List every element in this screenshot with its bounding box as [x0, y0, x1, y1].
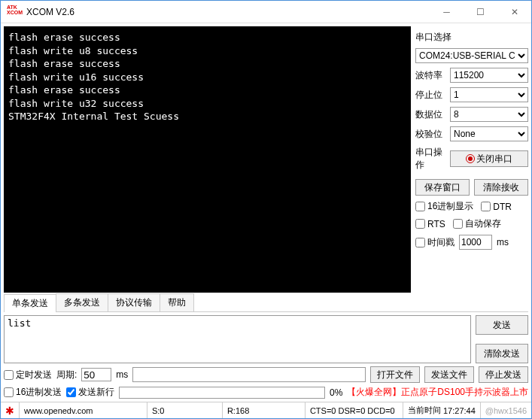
- tab-single[interactable]: 单条发送: [4, 294, 56, 312]
- maximize-button[interactable]: ☐: [464, 1, 497, 23]
- port-label: 串口选择: [415, 31, 528, 44]
- time-label: 当前时间: [408, 405, 441, 416]
- tab-proto[interactable]: 协议传输: [108, 293, 160, 311]
- stop-label: 停止位: [415, 89, 445, 102]
- ad-link[interactable]: 【火爆全网】正点原子DS100手持示波器上市: [347, 386, 528, 399]
- url-link[interactable]: www.openedv.com: [24, 406, 93, 415]
- stop-select[interactable]: 1: [450, 87, 528, 102]
- period-input[interactable]: [81, 368, 111, 381]
- send-tabs: 单条发送 多条发送 协议传输 帮助: [4, 296, 528, 312]
- baud-select[interactable]: 115200: [450, 68, 528, 83]
- clear-rx-button[interactable]: 清除接收: [474, 179, 528, 196]
- gear-icon[interactable]: ✱: [1, 405, 19, 417]
- stop-send-button[interactable]: 停止发送: [479, 366, 528, 383]
- baud-label: 波特率: [415, 69, 445, 82]
- rts-checkbox[interactable]: RTS: [415, 217, 445, 230]
- ms-label: ms: [497, 237, 509, 247]
- timed-send-checkbox[interactable]: 定时发送: [4, 369, 52, 381]
- hex-display-checkbox[interactable]: 16进制显示: [415, 200, 473, 213]
- send-textarea[interactable]: list: [4, 315, 471, 363]
- dtr-checkbox[interactable]: DTR: [481, 200, 512, 213]
- open-file-button[interactable]: 打开文件: [370, 366, 420, 383]
- record-icon: [466, 154, 475, 163]
- status-lines: CTS=0 DSR=0 DCD=0: [305, 402, 403, 418]
- file-path-input[interactable]: [132, 367, 366, 382]
- window-title: XCOM V2.6: [26, 7, 430, 17]
- save-window-button[interactable]: 保存窗口: [415, 179, 470, 196]
- ms-label-2: ms: [116, 369, 128, 380]
- minimize-button[interactable]: ─: [430, 1, 464, 23]
- send-file-button[interactable]: 发送文件: [424, 366, 474, 383]
- hex-send-checkbox[interactable]: 16进制发送: [4, 386, 62, 399]
- port-select[interactable]: COM24:USB-SERIAL CH34: [415, 48, 528, 63]
- serial-console[interactable]: flash erase success flash write u8 succe…: [4, 26, 411, 293]
- clear-send-button[interactable]: 清除发送: [476, 344, 528, 363]
- send-button[interactable]: 发送: [476, 315, 528, 335]
- tab-help[interactable]: 帮助: [160, 293, 194, 311]
- status-recv: R:168: [222, 402, 305, 418]
- parity-select[interactable]: None: [450, 126, 528, 141]
- period-label: 周期:: [56, 369, 77, 381]
- close-port-button[interactable]: 关闭串口: [450, 150, 528, 167]
- progress-bar: [119, 387, 325, 399]
- timestamp-interval-input[interactable]: [459, 235, 492, 250]
- app-logo: ATKXCOM: [7, 5, 22, 20]
- data-label: 数据位: [415, 108, 445, 121]
- data-select[interactable]: 8: [450, 107, 528, 122]
- status-sent: S:0: [147, 402, 222, 418]
- op-label: 串口操作: [415, 146, 445, 172]
- watermark: @hwx1546: [480, 402, 531, 418]
- send-newline-checkbox[interactable]: 发送新行: [66, 386, 114, 399]
- autosave-checkbox[interactable]: 自动保存: [453, 217, 501, 230]
- tab-multi[interactable]: 多条发送: [56, 293, 108, 311]
- progress-pct: 0%: [330, 387, 342, 398]
- timestamp-checkbox[interactable]: 时间戳: [415, 236, 454, 249]
- time-value: 17:27:44: [443, 406, 476, 415]
- close-button[interactable]: ✕: [497, 1, 531, 23]
- parity-label: 校验位: [415, 128, 445, 141]
